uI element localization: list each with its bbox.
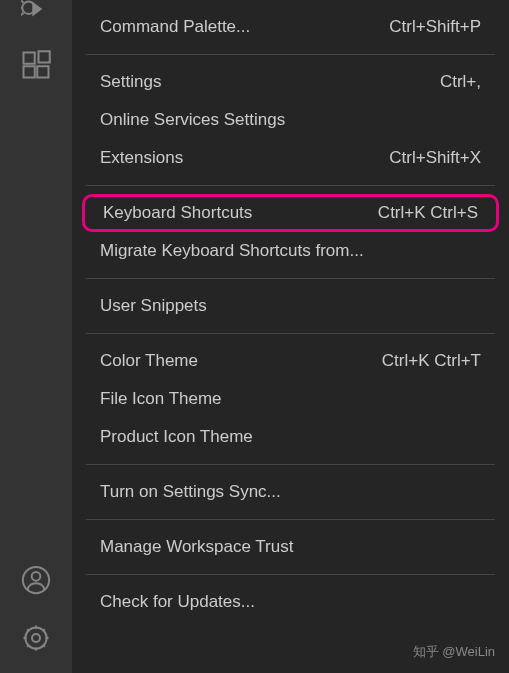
svg-point-12	[25, 627, 46, 648]
menu-separator	[86, 333, 495, 334]
menu-separator	[86, 185, 495, 186]
menu-item-label: Product Icon Theme	[100, 427, 253, 447]
menu-item-shortcut: Ctrl+Shift+X	[389, 148, 481, 168]
menu-item-label: Color Theme	[100, 351, 198, 371]
menu-item-command-palette[interactable]: Command Palette...Ctrl+Shift+P	[72, 8, 509, 46]
menu-separator	[86, 54, 495, 55]
svg-rect-5	[24, 53, 35, 64]
menu-item-label: Online Services Settings	[100, 110, 285, 130]
menu-item-manage-workspace-trust[interactable]: Manage Workspace Trust	[72, 528, 509, 566]
menu-item-color-theme[interactable]: Color ThemeCtrl+K Ctrl+T	[72, 342, 509, 380]
settings-menu: Command Palette...Ctrl+Shift+PSettingsCt…	[72, 0, 509, 673]
menu-item-keyboard-shortcuts[interactable]: Keyboard ShortcutsCtrl+K Ctrl+S	[82, 194, 499, 232]
menu-separator	[86, 519, 495, 520]
svg-point-10	[32, 572, 41, 581]
menu-item-label: Extensions	[100, 148, 183, 168]
extensions-icon[interactable]	[21, 50, 51, 80]
menu-item-product-icon-theme[interactable]: Product Icon Theme	[72, 418, 509, 456]
activity-bar-top-icons	[21, 0, 51, 80]
menu-item-label: User Snippets	[100, 296, 207, 316]
menu-item-label: Command Palette...	[100, 17, 250, 37]
menu-item-extensions[interactable]: ExtensionsCtrl+Shift+X	[72, 139, 509, 177]
menu-separator	[86, 574, 495, 575]
activity-bar	[0, 0, 72, 673]
menu-item-check-for-updates[interactable]: Check for Updates...	[72, 583, 509, 621]
debug-icon[interactable]	[21, 0, 51, 24]
menu-item-label: Manage Workspace Trust	[100, 537, 293, 557]
menu-item-online-services-settings[interactable]: Online Services Settings	[72, 101, 509, 139]
gear-icon[interactable]	[21, 623, 51, 653]
svg-rect-7	[37, 66, 48, 77]
menu-item-shortcut: Ctrl+,	[440, 72, 481, 92]
svg-line-3	[21, 13, 24, 16]
svg-line-2	[21, 0, 24, 3]
menu-item-shortcut: Ctrl+K Ctrl+T	[382, 351, 481, 371]
svg-rect-8	[39, 51, 50, 62]
account-icon[interactable]	[21, 565, 51, 595]
activity-bar-bottom-icons	[21, 565, 51, 673]
watermark-label: 知乎 @WeiLin	[413, 643, 495, 661]
menu-item-label: Turn on Settings Sync...	[100, 482, 281, 502]
menu-item-label: File Icon Theme	[100, 389, 222, 409]
menu-item-settings[interactable]: SettingsCtrl+,	[72, 63, 509, 101]
menu-item-file-icon-theme[interactable]: File Icon Theme	[72, 380, 509, 418]
menu-item-shortcut: Ctrl+Shift+P	[389, 17, 481, 37]
menu-separator	[86, 464, 495, 465]
menu-item-shortcut: Ctrl+K Ctrl+S	[378, 203, 478, 223]
menu-item-label: Settings	[100, 72, 161, 92]
svg-point-11	[32, 634, 40, 642]
svg-rect-6	[24, 66, 35, 77]
watermark: 知乎 @WeiLin	[413, 643, 495, 661]
menu-item-label: Migrate Keyboard Shortcuts from...	[100, 241, 364, 261]
menu-item-label: Check for Updates...	[100, 592, 255, 612]
menu-item-turn-on-settings-sync[interactable]: Turn on Settings Sync...	[72, 473, 509, 511]
menu-separator	[86, 278, 495, 279]
menu-item-migrate-keyboard-shortcuts-from[interactable]: Migrate Keyboard Shortcuts from...	[72, 232, 509, 270]
menu-item-label: Keyboard Shortcuts	[103, 203, 252, 223]
menu-item-user-snippets[interactable]: User Snippets	[72, 287, 509, 325]
